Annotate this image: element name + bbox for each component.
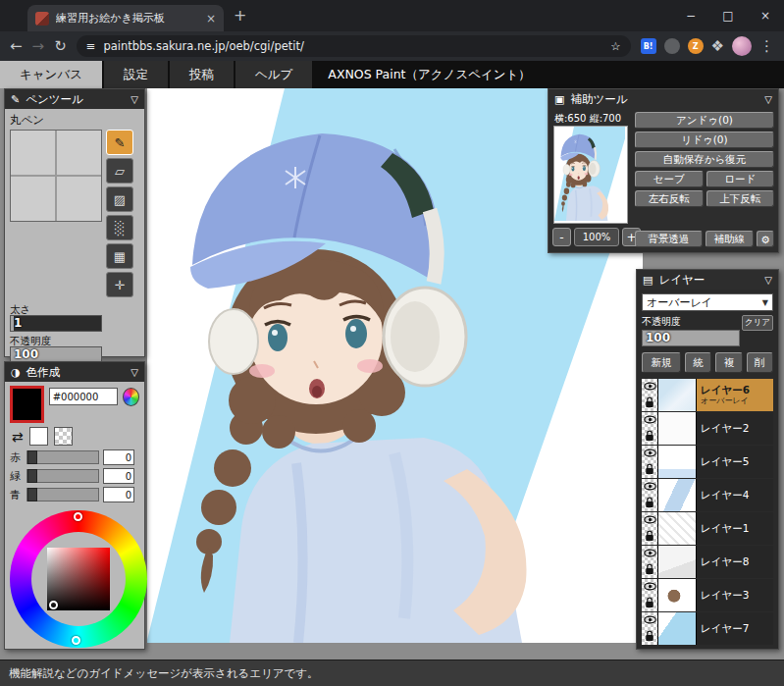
extension-b-icon[interactable]: B! (641, 38, 656, 54)
thickness-slider[interactable]: 1 (10, 315, 102, 332)
redo-button[interactable]: リドゥ(0) (635, 132, 774, 148)
layer-row-6[interactable]: レイヤー6 オーバーレイ (642, 379, 773, 411)
layers-panel-titlebar[interactable]: ▤ レイヤー ▽ (637, 270, 778, 290)
eye-icon[interactable] (644, 415, 656, 424)
red-slider[interactable] (26, 450, 99, 464)
layer-row-3[interactable]: レイヤー3 (642, 579, 773, 611)
eyedropper-tool-button[interactable]: ✛ (106, 272, 133, 297)
slider-knob[interactable] (27, 488, 37, 501)
blue-slider[interactable] (26, 488, 99, 501)
aux-panel-titlebar[interactable]: ▣ 補助ツール ▽ (549, 89, 778, 109)
tab-close-icon[interactable]: × (206, 12, 216, 26)
color-wheel[interactable] (10, 510, 147, 648)
bucket-tool-button[interactable]: ▨ (106, 186, 133, 212)
color-panel-titlebar[interactable]: ◑ 色作成 ▽ (5, 362, 144, 382)
browser-tab[interactable]: 練習用お絵かき掲示板 × (27, 5, 224, 31)
collapse-icon[interactable]: ▽ (764, 275, 772, 286)
new-tab-button[interactable]: + (234, 8, 246, 24)
tab-title: 練習用お絵かき掲示板 (56, 11, 199, 26)
lock-icon[interactable] (644, 497, 655, 508)
swap-colors-icon[interactable]: ⇄ (12, 429, 24, 445)
extensions-puzzle-icon[interactable]: ❖ (711, 37, 724, 55)
airbrush-tool-button[interactable]: ░ (106, 215, 133, 240)
collapse-icon[interactable]: ▽ (764, 94, 772, 105)
eye-icon[interactable] (644, 615, 656, 624)
site-settings-icon[interactable]: ≡ (86, 39, 96, 53)
window-close-button[interactable]: × (747, 0, 784, 31)
tab-help[interactable]: ヘルプ (235, 61, 312, 88)
eye-icon[interactable] (644, 515, 656, 524)
clear-layer-button[interactable]: クリア (742, 315, 773, 331)
duplicate-layer-button[interactable]: 複 (715, 352, 742, 373)
tab-settings[interactable]: 設定 (104, 61, 168, 88)
eye-icon[interactable] (644, 549, 656, 557)
extension-gray-icon[interactable] (664, 38, 680, 54)
eye-icon[interactable] (644, 482, 656, 491)
layer-row-8[interactable]: レイヤー8 (642, 546, 773, 578)
undo-button[interactable]: アンドゥ(0) (635, 112, 774, 129)
transparent-color-swatch[interactable] (54, 427, 73, 446)
address-bar[interactable]: ≡ paintbbs.sakura.ne.jp/oeb/cgi/petit/ ☆ (77, 35, 631, 57)
collapse-icon[interactable]: ▽ (131, 367, 138, 378)
pen-tool-button[interactable]: ✎ (106, 130, 133, 155)
tab-canvas[interactable]: キャンバス (0, 61, 102, 88)
pen-panel-titlebar[interactable]: ✎ ペンツール ▽ (5, 89, 144, 109)
transparent-background-button[interactable]: 背景透過 (635, 231, 703, 247)
back-button[interactable]: ← (10, 37, 23, 55)
green-slider[interactable] (26, 469, 99, 483)
guide-line-button[interactable]: 補助線 (706, 231, 755, 247)
maximize-button[interactable]: □ (709, 0, 747, 31)
collapse-icon[interactable]: ▽ (131, 94, 138, 105)
url-text[interactable]: paintbbs.sakura.ne.jp/oeb/cgi/petit/ (103, 39, 602, 53)
lock-icon[interactable] (644, 396, 655, 408)
palette-icon[interactable] (123, 388, 139, 406)
hue-marker[interactable] (74, 512, 82, 521)
extension-z-icon[interactable]: Z (688, 38, 704, 54)
layer-opacity-slider[interactable]: 100 (642, 330, 740, 346)
eraser-tool-button[interactable]: ▱ (106, 158, 133, 184)
layer-row-4[interactable]: レイヤー4 (642, 479, 773, 511)
lock-icon[interactable] (644, 430, 655, 442)
reload-button[interactable]: ↻ (54, 37, 67, 55)
zoom-out-button[interactable]: - (552, 228, 571, 246)
lock-icon[interactable] (644, 597, 655, 608)
delete-layer-button[interactable]: 削 (747, 352, 773, 373)
sv-marker[interactable] (49, 601, 58, 609)
tab-post[interactable]: 投稿 (170, 61, 234, 88)
profile-avatar[interactable] (732, 36, 752, 56)
current-color-swatch[interactable] (10, 386, 44, 423)
red-value[interactable]: 0 (103, 449, 134, 465)
lock-icon[interactable] (644, 530, 655, 542)
gear-icon[interactable]: ⚙ (757, 231, 774, 247)
flip-horizontal-button[interactable]: 左右反転 (635, 190, 704, 207)
eye-icon[interactable] (644, 382, 656, 391)
blend-mode-select[interactable]: オーバーレイ ▼ (642, 293, 773, 311)
new-layer-button[interactable]: 新規 (642, 352, 681, 373)
ring-bottom-marker[interactable] (72, 636, 80, 645)
flip-vertical-button[interactable]: 上下反転 (706, 190, 775, 207)
blue-value[interactable]: 0 (103, 487, 134, 502)
merge-layer-button[interactable]: 統 (685, 352, 711, 373)
hex-color-input[interactable]: #000000 (49, 388, 118, 405)
layer-row-5[interactable]: レイヤー5 (642, 446, 773, 478)
eye-icon[interactable] (644, 582, 656, 591)
slider-knob[interactable] (27, 469, 37, 483)
eye-icon[interactable] (644, 449, 656, 457)
lock-icon[interactable] (644, 630, 655, 642)
layer-row-7[interactable]: レイヤー7 (642, 612, 773, 645)
forward-button[interactable]: → (32, 37, 45, 55)
load-button[interactable]: ロード (706, 171, 775, 187)
restore-autosave-button[interactable]: 自動保存から復元 (635, 151, 774, 168)
layer-row-1[interactable]: レイヤー1 (642, 512, 773, 545)
stamp-tool-button[interactable]: ▦ (106, 243, 133, 269)
secondary-color-swatch[interactable] (29, 427, 48, 446)
browser-menu-icon[interactable]: ⋮ (759, 37, 774, 55)
minimize-button[interactable]: − (672, 0, 709, 31)
lock-icon[interactable] (644, 563, 655, 575)
layer-row-2[interactable]: レイヤー2 (642, 412, 773, 445)
bookmark-star-icon[interactable]: ☆ (610, 39, 620, 53)
green-value[interactable]: 0 (103, 468, 134, 484)
lock-icon[interactable] (644, 463, 655, 475)
save-button[interactable]: セーブ (635, 171, 704, 187)
slider-knob[interactable] (27, 450, 37, 464)
